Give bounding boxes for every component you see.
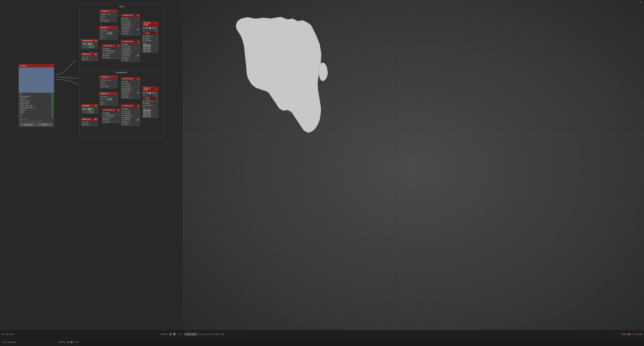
left-arrow-btn[interactable]: ◁ (1, 341, 2, 343)
x-mad-socket (101, 82, 102, 83)
view-btn[interactable]: View (1, 333, 5, 335)
viewport: Object Mode View Select Add Object GIS G… (183, 0, 644, 338)
list-mask2-expand[interactable]: ▶ (138, 41, 139, 42)
list-join-004-africa: List Join.004 Lv... ▶ Match Mix Wrap (102, 44, 120, 59)
mat-r4-a (147, 47, 151, 49)
int-value-input[interactable] (88, 45, 94, 48)
x-row: X. 1 (101, 15, 116, 17)
vectors-socket (109, 13, 110, 15)
list-join-title: List Join.004 Lv... (103, 45, 116, 47)
fid-label: fid (20, 93, 22, 95)
matrix-row-3-a (143, 50, 158, 52)
mask2-socket (122, 44, 123, 45)
add-btn[interactable]: Add (6, 333, 9, 335)
gate-socket (100, 30, 102, 31)
x1-label: X. 1 (102, 35, 106, 37)
nodetree-pin[interactable]: 📌 (179, 333, 181, 335)
temporal-pencil-m[interactable]: ✎ (156, 88, 157, 90)
node-left-btn[interactable]: Node (12, 341, 16, 343)
float-to-int-mad-header: Float to Int ▶ (81, 118, 98, 121)
float-mad-in-socket (82, 124, 84, 125)
datatrue1-socket (122, 24, 123, 26)
header-toggle[interactable]: ◁▷ (639, 1, 642, 3)
view-left-btn[interactable]: View (4, 341, 7, 343)
func-mad-select[interactable]: == (106, 98, 112, 101)
func-select[interactable]: == (106, 32, 112, 35)
lm1-mad-expand[interactable]: ▶ (138, 78, 139, 80)
node-btn[interactable]: Node (10, 333, 14, 335)
reset-button[interactable]: RESET (37, 123, 52, 126)
int-mad-value-input[interactable] (88, 110, 94, 113)
type-icon[interactable] (92, 43, 94, 45)
angle-label: angle (20, 111, 24, 113)
func-row: Functi... == (100, 32, 117, 35)
int-btn[interactable]: int (88, 43, 92, 45)
text-in-header: Text in+ ✕ (19, 64, 54, 67)
a-number-mad-expand[interactable]: ▶ (96, 105, 97, 107)
mat-r2-a (147, 44, 151, 47)
list-join-expand[interactable]: ▶ (118, 45, 119, 47)
temporal-pencil-a[interactable]: ✎ (156, 23, 157, 25)
grid-icon-a[interactable]: ⊞ (152, 27, 154, 29)
distance-socket (52, 109, 53, 110)
nt-pin[interactable]: 📌 (76, 341, 78, 343)
nodetree-x[interactable]: ✕ (177, 333, 178, 335)
grid-icon-m[interactable]: ⊞ (152, 92, 154, 94)
nt-dot[interactable]: ● (70, 341, 73, 343)
triangle-a: ▽ (143, 32, 144, 34)
float-mad-btn[interactable]: float (82, 108, 87, 110)
list-mask2-header: List Mask (out) ▶ (121, 40, 140, 43)
add-link[interactable]: Add (210, 333, 213, 335)
float-to-int-africa-body: int. 1 float. 1 (81, 56, 98, 61)
arrow-icon-a[interactable]: ↗ (154, 27, 157, 29)
select-link[interactable]: Select (204, 333, 209, 335)
int-socket (82, 46, 84, 47)
nt-icon[interactable]: ⬡ (67, 341, 69, 343)
global-statusbar: ◁ View Add Node NodeTree ⬡ ● ✕ 📌 (0, 338, 644, 346)
list-mask1-expand[interactable]: ▶ (138, 14, 139, 16)
list-join-header: List Join.004 Lv... ▶ (102, 44, 120, 47)
vertex-part-ring-label: vertex_part_ring (20, 104, 32, 106)
camera-icon-m[interactable]: ◉ (146, 92, 148, 94)
float-to-int-africa-title: Float to Int (82, 53, 90, 55)
type-row: float int (82, 43, 97, 45)
float-to-int-expand[interactable]: ▶ (96, 53, 97, 55)
wrap-mad-check[interactable] (108, 114, 110, 116)
view-link[interactable]: View (198, 333, 202, 335)
nodetree-active[interactable]: ✓ (173, 333, 176, 336)
wrap-check[interactable] (108, 50, 110, 52)
object-mode-btn[interactable]: Object Mode (184, 333, 198, 336)
y1-row: Y. 1 (100, 37, 117, 39)
sphere-icon-m[interactable]: ⬤ (149, 92, 151, 94)
float-btn[interactable]: float (82, 43, 87, 45)
gis-link[interactable]: GIS (220, 333, 224, 335)
sphere-icon-a[interactable]: ⬤ (149, 27, 151, 29)
continent-label: CONTINENT (20, 96, 30, 97)
vector-in-body: Vectors. 1 X. 1 Y. 1 Z 0.000 (100, 12, 117, 22)
int-mad-btn[interactable]: int (88, 108, 92, 110)
a-number-expand[interactable]: ▶ (96, 40, 97, 41)
proportional-icon[interactable]: ⊙ (631, 333, 632, 335)
add-left-btn[interactable]: Add (8, 341, 11, 343)
vectors-row: Vectors. 1 (101, 13, 116, 15)
z-socket (101, 20, 102, 21)
object-link[interactable]: Object (214, 333, 220, 335)
lm2-mad-expand[interactable]: ▶ (138, 105, 139, 107)
arrow-icon-m[interactable]: ↗ (154, 92, 157, 94)
nodetree-icon[interactable]: ⬡ (169, 333, 172, 336)
reload-button[interactable]: RELOAD (20, 123, 36, 126)
madagascar-frame-title: Madagascar (80, 71, 164, 74)
datatrue2-socket (122, 50, 123, 52)
eye-icon-m[interactable]: 👁 (143, 92, 145, 94)
bake-label-a: BAKE (145, 32, 150, 34)
float-to-int-mad-expand[interactable]: ▶ (96, 118, 97, 120)
camera-icon-a[interactable]: ◉ (146, 27, 148, 29)
processing-label: Processing (634, 333, 643, 335)
lj-mad-expand[interactable]: ▶ (118, 109, 119, 111)
eye-icon-a[interactable]: 👁 (143, 27, 145, 29)
nt-close[interactable]: ✕ (74, 341, 75, 343)
text-in-close[interactable]: ✕ (51, 64, 53, 67)
equal-xy-body: Gate. 1 Functi... == X. 1 Y. 1 (100, 29, 118, 40)
madagascar-path (319, 62, 328, 81)
snap-icon[interactable]: 🧲 (628, 333, 630, 335)
